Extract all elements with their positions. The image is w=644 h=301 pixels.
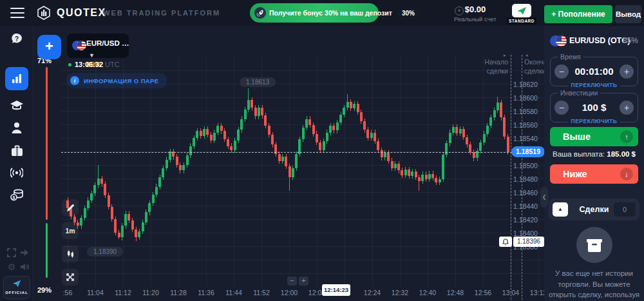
candle — [281, 157, 284, 160]
drawing-tool-button[interactable] — [62, 199, 79, 216]
account-balance: $0.00 — [453, 5, 498, 14]
candle — [261, 108, 263, 116]
zoom-in-button[interactable]: + — [299, 277, 308, 286]
time-tick-label: 11:52 — [253, 289, 270, 296]
candle — [179, 165, 182, 170]
candle — [497, 102, 499, 110]
hamburger-menu-icon[interactable] — [10, 8, 24, 18]
candle — [108, 195, 110, 207]
candle — [473, 152, 475, 158]
sound-icon[interactable] — [19, 262, 30, 272]
candle — [462, 129, 465, 137]
live-dot — [68, 63, 71, 66]
official-channel-card[interactable]: OFFICIAL — [3, 276, 30, 299]
sidebar-item-signals[interactable] — [9, 165, 24, 180]
deposit-button[interactable]: + Пополнение — [544, 5, 612, 23]
candle — [216, 126, 219, 133]
candle — [285, 157, 287, 166]
candle — [411, 171, 413, 175]
candle — [339, 115, 342, 122]
panel-asset-row[interactable]: EUR/USD (OTC) 85% — [550, 35, 638, 48]
sidebar-item-education[interactable] — [9, 98, 24, 113]
time-switch-link[interactable]: ПЕРЕКЛЮЧИТЬ — [568, 82, 621, 88]
candle — [374, 133, 376, 142]
candle — [155, 187, 158, 195]
candle — [87, 200, 90, 209]
low-watermark-label: 1.18390 — [87, 247, 123, 257]
v-gridline — [483, 55, 484, 287]
put-down-button[interactable]: Ниже↓ — [550, 164, 638, 184]
price-alert-bell[interactable] — [499, 237, 512, 247]
time-field: Время − 00:01:00 + ПЕРЕКЛЮЧИТЬ — [550, 57, 638, 86]
chart-type-button[interactable] — [62, 246, 79, 262]
h-gridline — [61, 233, 544, 233]
next-arrow-icon[interactable] — [19, 248, 30, 258]
compare-tool-button[interactable] — [62, 269, 79, 286]
candle — [223, 131, 226, 139]
sidebar-item-tournaments[interactable] — [9, 143, 24, 159]
trade-end-arrow: ◂ — [526, 53, 528, 58]
asset-selector[interactable]: EUR/USD …▼ 85% — [67, 34, 129, 58]
candle — [421, 175, 424, 182]
candle — [397, 164, 400, 171]
time-tick-label: 11:44 — [225, 289, 242, 296]
candle — [254, 108, 257, 117]
candle — [230, 146, 232, 150]
bonus-percent-chip: 30% — [397, 8, 420, 19]
candle — [469, 144, 471, 152]
settings-gear-icon[interactable]: ⚙ — [6, 262, 17, 272]
crossed-arrows-icon — [66, 273, 75, 282]
price-tick-label: 1.18480 — [513, 175, 538, 183]
candle — [213, 133, 216, 141]
time-tick-label: 11:04 — [87, 289, 104, 296]
v-gridline — [234, 55, 234, 287]
account-balance-block[interactable]: $0.00 Реальный счет — [453, 5, 498, 23]
candle — [234, 141, 236, 150]
sidebar-item-trade[interactable] — [5, 67, 28, 90]
candle — [346, 102, 349, 107]
withdraw-button[interactable]: Вывод — [615, 5, 641, 23]
v-gridline — [123, 55, 124, 287]
time-tick-label: 12:00 — [281, 289, 298, 296]
brand-separator: · — [95, 8, 98, 19]
v-gridline — [178, 55, 179, 287]
candle — [124, 214, 127, 226]
candle — [343, 108, 345, 115]
quotex-app: QUOTEX · WEB TRADING PLATFORM Получите б… — [0, 0, 644, 301]
trade-start-label: Начало сделки — [475, 58, 508, 75]
trade-end-line — [522, 55, 522, 301]
support-chat-icon[interactable]: ? — [9, 31, 24, 46]
standard-plan-icon[interactable] — [512, 4, 531, 17]
candle — [466, 137, 468, 145]
candle — [182, 165, 185, 170]
price-tick-label: 1.18600 — [513, 94, 538, 102]
candle — [455, 127, 458, 133]
candle — [442, 155, 444, 179]
call-up-button[interactable]: Выше↑ — [550, 127, 638, 146]
candle — [97, 179, 100, 186]
brand-tagline: WEB TRADING PLATFORM — [103, 9, 220, 17]
candle — [258, 108, 260, 117]
brand-name: QUOTEX — [57, 7, 106, 19]
candle — [384, 153, 386, 157]
timeframe-button[interactable]: 1m — [62, 222, 79, 239]
fullscreen-icon[interactable] — [6, 248, 17, 258]
investment-increase-button[interactable]: + — [620, 101, 634, 115]
candle — [323, 141, 325, 150]
time-tick-label: 12:48 — [447, 289, 464, 296]
time-increase-button[interactable]: + — [620, 64, 634, 79]
add-asset-button[interactable]: + — [37, 35, 61, 59]
candle — [459, 129, 462, 133]
panel-collapse-handle[interactable]: ❮ — [540, 187, 548, 208]
candle — [271, 135, 274, 145]
investment-switch-link[interactable]: ПЕРЕКЛЮЧИТЬ — [568, 118, 621, 124]
trades-card: ▲ Сделки 0 — [549, 199, 639, 220]
pair-info-button[interactable]: i ИНФОРМАЦИЯ О ПАРЕ — [66, 73, 167, 88]
sidebar-item-market[interactable]: $ — [9, 187, 24, 202]
sidebar-item-profile[interactable] — [9, 120, 24, 135]
candle — [200, 131, 202, 135]
candle — [350, 102, 352, 108]
zoom-out-button[interactable]: − — [287, 277, 297, 286]
bonus-banner[interactable]: Получите бонус 30% на ваш депозит 30% — [250, 3, 379, 23]
h-gridline — [61, 260, 544, 260]
